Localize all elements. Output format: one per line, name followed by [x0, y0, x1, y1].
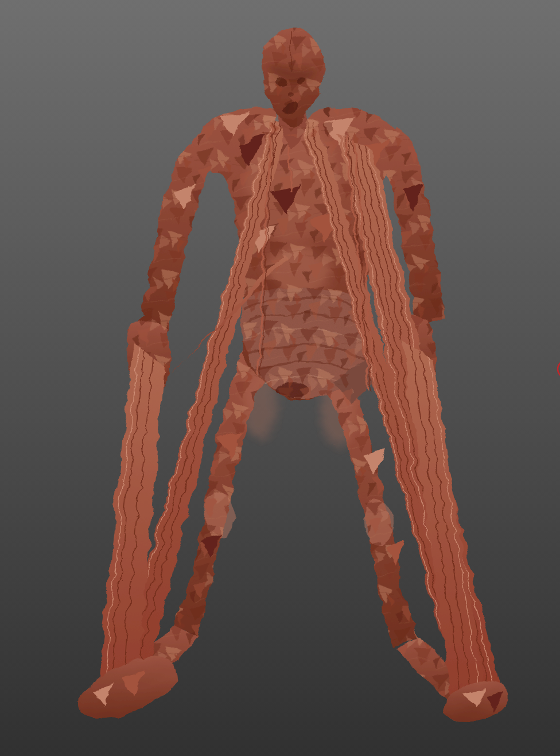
- sculpt-viewport-canvas[interactable]: [0, 0, 560, 756]
- mouth-shadow: [281, 102, 297, 111]
- app-window: [0, 0, 560, 756]
- right-eye-socket: [296, 75, 305, 82]
- nose-shadow: [286, 90, 293, 96]
- left-eye-socket: [275, 76, 284, 83]
